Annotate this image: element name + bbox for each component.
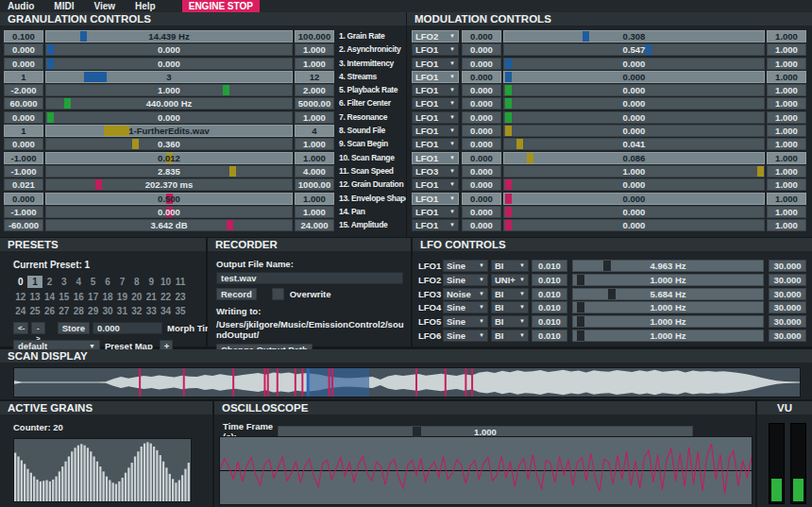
preset-number-25[interactable]: 25 xyxy=(27,305,42,317)
lfo-source-dropdown[interactable]: LFO1▼ xyxy=(412,111,459,124)
preset-number-18[interactable]: 18 xyxy=(100,291,114,303)
max-value-box[interactable]: 1.000 xyxy=(767,165,806,177)
min-value-box[interactable]: 0.000 xyxy=(4,138,43,150)
lfo-source-dropdown[interactable]: LFO1▼ xyxy=(412,71,459,83)
min-value-box[interactable]: 0.000 xyxy=(4,43,43,56)
preset-number-10[interactable]: 10 xyxy=(159,276,173,288)
preset-number-24[interactable]: 24 xyxy=(13,305,27,317)
preset-number-13[interactable]: 13 xyxy=(27,291,42,303)
param-slider[interactable]: 202.370 ms xyxy=(45,178,293,191)
mod-depth-box[interactable]: 0.000 xyxy=(462,84,501,96)
min-value-box[interactable]: 1 xyxy=(4,71,43,83)
param-slider[interactable]: 3 xyxy=(45,71,293,83)
lfo-shape-dropdown[interactable]: Sine▼ xyxy=(443,301,488,313)
max-value-box[interactable]: 1.000 xyxy=(767,206,806,218)
preset-number-1[interactable]: 1 xyxy=(27,276,42,288)
max-value-box[interactable]: 12 xyxy=(295,71,334,83)
mod-slider[interactable]: 0.086 xyxy=(503,152,765,164)
preset-number-28[interactable]: 28 xyxy=(72,305,86,317)
min-value-box[interactable]: -1.000 xyxy=(4,165,43,177)
preset-number-27[interactable]: 27 xyxy=(57,305,71,317)
mod-slider[interactable]: 0.308 xyxy=(503,30,765,42)
lfo-polarity-dropdown[interactable]: BI▼ xyxy=(491,315,529,328)
mod-depth-box[interactable]: 0.000 xyxy=(462,219,501,231)
lfo-polarity-dropdown[interactable]: BI▼ xyxy=(491,330,529,342)
lfo-freq-slider[interactable]: 4.963 Hz xyxy=(572,260,764,272)
mod-depth-box[interactable]: 0.000 xyxy=(462,178,501,191)
lfo-source-dropdown[interactable]: LFO1▼ xyxy=(412,219,459,231)
max-value-box[interactable]: 1.000 xyxy=(767,97,806,110)
lfo-source-dropdown[interactable]: LFO1▼ xyxy=(412,138,459,150)
menu-item-midi[interactable]: MIDI xyxy=(54,0,74,12)
min-value-box[interactable]: 0.000 xyxy=(4,58,43,70)
lfo-source-dropdown[interactable]: LFO1▼ xyxy=(412,152,459,164)
store-button[interactable]: Store xyxy=(58,322,90,334)
preset-number-4[interactable]: 4 xyxy=(72,276,86,288)
lfo-source-dropdown[interactable]: LFO1▼ xyxy=(412,125,459,137)
mod-depth-box[interactable]: 0.000 xyxy=(462,97,501,110)
lfo-polarity-dropdown[interactable]: UNI+▼ xyxy=(491,274,529,286)
max-value-box[interactable]: 1.000 xyxy=(295,138,334,150)
max-value-box[interactable]: 1.000 xyxy=(295,193,334,205)
max-value-box[interactable]: 1.000 xyxy=(295,43,334,56)
engine-stop-button[interactable]: ENGINE STOP xyxy=(182,0,260,12)
output-file-input[interactable] xyxy=(216,272,403,284)
preset-number-26[interactable]: 26 xyxy=(42,305,57,317)
preset-number-33[interactable]: 33 xyxy=(144,305,159,317)
min-value-box[interactable]: 0.100 xyxy=(4,30,43,42)
lfo-freq-slider[interactable]: 1.000 Hz xyxy=(572,274,764,286)
mod-slider[interactable]: 0.000 xyxy=(503,58,765,70)
max-value-box[interactable]: 1.000 xyxy=(295,58,334,70)
lfo-source-dropdown[interactable]: LFO2▼ xyxy=(412,30,459,42)
scan-waveform-display[interactable] xyxy=(13,367,801,397)
param-slider[interactable]: 0.000 xyxy=(45,206,293,218)
menu-item-audio[interactable]: Audio xyxy=(8,0,34,12)
lfo-shape-dropdown[interactable]: Noise▼ xyxy=(443,288,488,300)
min-value-box[interactable]: 60.000 xyxy=(4,97,43,110)
preset-number-21[interactable]: 21 xyxy=(144,291,159,303)
max-value-box[interactable]: 4 xyxy=(295,125,334,137)
max-value-box[interactable]: 1.000 xyxy=(767,30,806,42)
menu-item-help[interactable]: Help xyxy=(135,0,156,12)
mod-slider[interactable]: 0.547 xyxy=(503,43,765,56)
lfo-polarity-dropdown[interactable]: BI▼ xyxy=(491,260,529,272)
record-button[interactable]: Record xyxy=(216,288,257,300)
mod-depth-box[interactable]: 0.000 xyxy=(462,165,501,177)
lfo-source-dropdown[interactable]: LFO1▼ xyxy=(412,43,459,56)
lfo-source-dropdown[interactable]: LFO1▼ xyxy=(412,178,459,191)
max-value-box[interactable]: 30.000 xyxy=(769,330,806,342)
lfo-phase-box[interactable]: 0.010 xyxy=(532,301,567,313)
lfo-source-dropdown[interactable]: LFO1▼ xyxy=(412,84,459,96)
preset-number-35[interactable]: 35 xyxy=(173,305,187,317)
max-value-box[interactable]: 1.000 xyxy=(767,125,806,137)
min-value-box[interactable]: -1.000 xyxy=(4,206,43,218)
mod-slider[interactable]: 0.000 xyxy=(503,178,765,191)
preset-number-14[interactable]: 14 xyxy=(42,291,57,303)
mod-depth-box[interactable]: 0.000 xyxy=(462,111,501,124)
preset-number-3[interactable]: 3 xyxy=(57,276,71,288)
mod-depth-box[interactable]: 0.000 xyxy=(462,71,501,83)
min-value-box[interactable]: 1 xyxy=(4,125,43,137)
lfo-source-dropdown[interactable]: LFO1▼ xyxy=(412,97,459,110)
max-value-box[interactable]: 1.000 xyxy=(767,71,806,83)
max-value-box[interactable]: 1.000 xyxy=(767,84,806,96)
mod-depth-box[interactable]: 0.000 xyxy=(462,58,501,70)
max-value-box[interactable]: 30.000 xyxy=(769,288,806,300)
param-slider[interactable]: 0.000 xyxy=(45,58,293,70)
mod-slider[interactable]: 0.000 xyxy=(503,97,765,110)
max-value-box[interactable]: 1.000 xyxy=(767,58,806,70)
param-slider[interactable]: 0.000 xyxy=(45,111,293,124)
mod-slider[interactable]: 0.000 xyxy=(503,84,765,96)
preset-number-2[interactable]: 2 xyxy=(42,276,57,288)
preset-number-19[interactable]: 19 xyxy=(115,291,129,303)
param-slider[interactable]: 440.000 Hz xyxy=(45,97,293,110)
mod-depth-box[interactable]: 0.000 xyxy=(462,125,501,137)
max-value-box[interactable]: 1.000 xyxy=(767,43,806,56)
mod-depth-box[interactable]: 0.000 xyxy=(462,193,501,205)
mod-slider[interactable]: 0.000 xyxy=(503,125,765,137)
time-frame-slider[interactable]: 1.000 xyxy=(278,426,693,438)
max-value-box[interactable]: 24.000 xyxy=(295,219,334,231)
max-value-box[interactable]: 1.000 xyxy=(767,178,806,191)
lfo-freq-slider[interactable]: 1.000 Hz xyxy=(572,315,764,328)
lfo-shape-dropdown[interactable]: Sine▼ xyxy=(443,260,488,272)
